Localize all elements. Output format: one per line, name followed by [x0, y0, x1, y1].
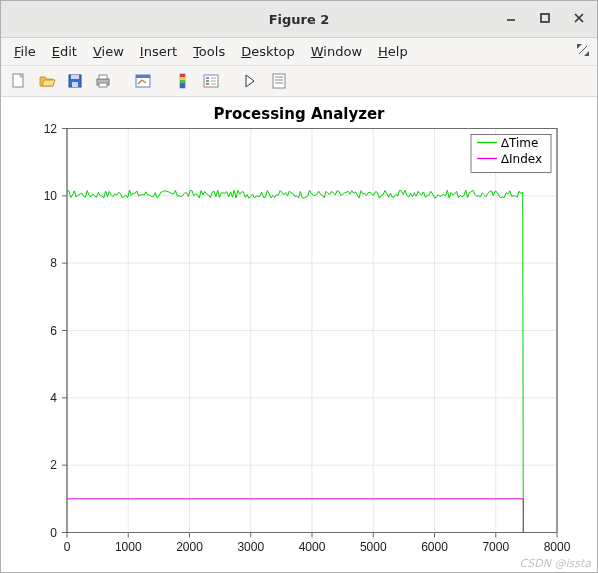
svg-rect-18	[180, 80, 185, 83]
menu-file[interactable]: File	[7, 41, 43, 62]
svg-rect-17	[180, 77, 185, 80]
insert-colorbar-button[interactable]	[171, 69, 195, 93]
xtick-label: 6000	[421, 540, 448, 554]
maximize-button[interactable]	[533, 6, 557, 30]
window-title: Figure 2	[269, 12, 330, 27]
svg-rect-27	[273, 74, 285, 88]
ytick-label: 4	[50, 391, 57, 405]
menu-view[interactable]: View	[86, 41, 131, 62]
xtick-label: 4000	[299, 540, 326, 554]
menu-help[interactable]: Help	[371, 41, 415, 62]
ytick-label: 6	[50, 324, 57, 338]
ytick-label: 0	[50, 526, 57, 540]
xtick-label: 7000	[482, 540, 509, 554]
toolbar	[1, 66, 597, 97]
xtick-label: 8000	[544, 540, 571, 554]
ytick-label: 2	[50, 458, 57, 472]
xtick-label: 5000	[360, 540, 387, 554]
menu-edit[interactable]: Edit	[45, 41, 84, 62]
chart-title: Processing Analyzer	[1, 105, 597, 123]
svg-rect-19	[180, 83, 185, 88]
svg-rect-12	[136, 75, 150, 78]
svg-rect-1	[541, 14, 549, 22]
menu-tools[interactable]: Tools	[186, 41, 232, 62]
edit-plot-button[interactable]	[239, 69, 263, 93]
svg-rect-10	[99, 83, 107, 87]
xtick-label: 2000	[176, 540, 203, 554]
xtick-label: 1000	[115, 540, 142, 554]
window-controls	[499, 6, 591, 30]
ytick-label: 10	[44, 189, 58, 203]
titlebar: Figure 2	[1, 1, 597, 38]
menu-insert[interactable]: Insert	[133, 41, 184, 62]
xtick-label: 0	[64, 540, 71, 554]
legend-label: ∆Time	[500, 136, 538, 150]
menu-window[interactable]: Window	[304, 41, 369, 62]
ytick-label: 12	[44, 122, 58, 136]
figure-window: Figure 2 File Edit View Insert Tools Des…	[0, 0, 598, 573]
svg-rect-9	[99, 75, 107, 79]
open-button[interactable]	[35, 69, 59, 93]
close-button[interactable]	[567, 6, 591, 30]
new-figure-button[interactable]	[7, 69, 31, 93]
print-button[interactable]	[91, 69, 115, 93]
axes[interactable]: 0100020003000400050006000700080000246810…	[1, 97, 597, 572]
menu-desktop[interactable]: Desktop	[234, 41, 302, 62]
xtick-label: 3000	[237, 540, 264, 554]
menubar: File Edit View Insert Tools Desktop Wind…	[1, 38, 597, 65]
figure-canvas[interactable]: Processing Analyzer 01000200030004000500…	[1, 97, 597, 572]
svg-rect-7	[72, 82, 78, 87]
minimize-button[interactable]	[499, 6, 523, 30]
legend-label: ∆Index	[500, 152, 542, 166]
svg-rect-6	[71, 75, 79, 79]
ytick-label: 8	[50, 256, 57, 270]
svg-rect-16	[180, 74, 185, 77]
property-inspector-button[interactable]	[267, 69, 291, 93]
dock-dropdown-icon[interactable]	[575, 42, 591, 61]
insert-legend-button[interactable]	[199, 69, 223, 93]
save-button[interactable]	[63, 69, 87, 93]
link-plot-button[interactable]	[131, 69, 155, 93]
